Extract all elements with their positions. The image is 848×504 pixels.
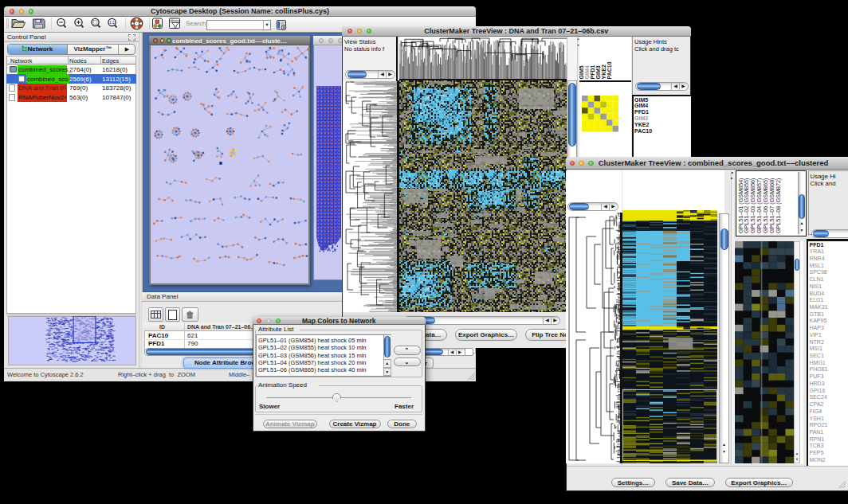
svg-text:PAC10: PAC10 — [607, 61, 612, 79]
svg-text:YKE2: YKE2 — [601, 64, 607, 79]
svg-text:GIM3: GIM3 — [595, 65, 601, 79]
svg-text:GPL51–08 (GSM872): GPL51–08 (GSM872) — [775, 178, 782, 233]
svg-text:GIM4: GIM4 — [584, 65, 590, 79]
svg-text:1:1: 1:1 — [109, 21, 115, 25]
svg-text:PFD1: PFD1 — [590, 64, 595, 79]
svg-text:Search:: Search: — [186, 20, 208, 27]
